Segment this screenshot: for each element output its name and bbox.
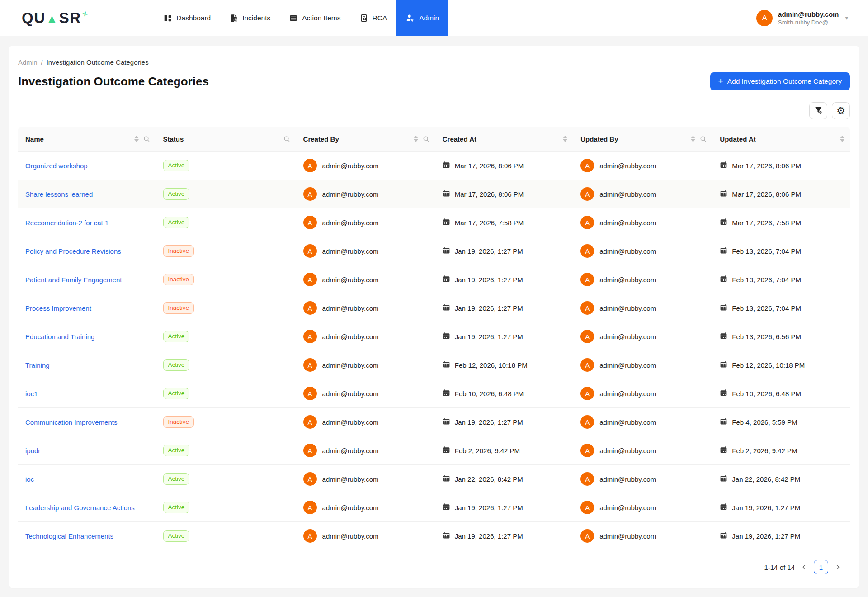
category-link[interactable]: Education and Training [25, 333, 94, 341]
created-at-cell: Jan 19, 2026, 1:27 PM [435, 237, 573, 265]
breadcrumb-separator: / [41, 58, 43, 66]
category-link[interactable]: Process Improvement [25, 304, 91, 312]
category-link[interactable]: ioc1 [25, 390, 38, 398]
updated-by-cell: Aadmin@rubby.com [573, 152, 712, 180]
created-by-cell: Aadmin@rubby.com [296, 436, 435, 465]
rca-icon [360, 14, 368, 22]
column-label: Status [163, 135, 184, 143]
action-items-icon [289, 14, 297, 22]
status-badge: Inactive [163, 302, 194, 314]
created-by-cell: Aadmin@rubby.com [296, 237, 435, 265]
table-row: Technological EnhancementsActiveAadmin@r… [18, 522, 850, 550]
table-row: Policy and Procedure RevisionsInactiveAa… [18, 237, 850, 265]
clear-filters-button[interactable] [809, 102, 827, 119]
avatar: A [303, 159, 317, 172]
date-text: Feb 13, 2026, 6:56 PM [732, 333, 801, 341]
search-icon[interactable] [143, 136, 150, 142]
nav-item-dashboard[interactable]: Dashboard [154, 0, 220, 36]
incidents-icon [230, 14, 238, 22]
date-text: Jan 19, 2026, 1:27 PM [455, 304, 523, 312]
table-toolbar: ⚙ [18, 102, 850, 119]
created-at-cell: Jan 19, 2026, 1:27 PM [435, 322, 573, 351]
sort-icon[interactable] [563, 136, 567, 142]
sort-icon[interactable] [840, 136, 844, 142]
created-at-cell: Feb 12, 2026, 10:18 PM [435, 351, 573, 379]
created-by-cell: Aadmin@rubby.com [296, 180, 435, 208]
category-link[interactable]: Leadership and Governance Actions [25, 504, 135, 512]
updated-at-cell: Feb 2, 2026, 9:42 PM [712, 436, 850, 465]
user-email-text: admin@rubby.com [322, 390, 379, 398]
category-link[interactable]: Patient and Family Engagement [25, 276, 122, 284]
status-cell: Active [156, 522, 296, 550]
column-header-created-at[interactable]: Created At [435, 127, 573, 152]
updated-by-cell: Aadmin@rubby.com [573, 522, 712, 550]
nav-item-rca[interactable]: RCA [350, 0, 397, 36]
sort-icon[interactable] [414, 136, 418, 142]
updated-by-cell: Aadmin@rubby.com [573, 237, 712, 265]
category-link[interactable]: Communication Improvements [25, 418, 117, 426]
name-cell: Organized workshop [18, 152, 156, 180]
name-cell: Process Improvement [18, 294, 156, 322]
name-cell: ioc [18, 465, 156, 493]
updated-at-cell: Jan 19, 2026, 1:27 PM [712, 522, 850, 550]
filter-clear-icon [814, 106, 823, 116]
status-badge: Active [163, 388, 190, 399]
avatar: A [580, 187, 594, 201]
previous-page-button[interactable] [801, 564, 807, 570]
user-email-text: admin@rubby.com [599, 247, 656, 255]
admin-icon [406, 14, 415, 22]
calendar-icon [720, 417, 727, 426]
avatar: A [580, 501, 594, 514]
category-link[interactable]: Policy and Procedure Revisions [25, 247, 121, 255]
nav-item-action-items[interactable]: Action Items [280, 0, 350, 36]
name-cell: Communication Improvements [18, 408, 156, 436]
search-icon[interactable] [423, 136, 429, 142]
user-menu[interactable]: A admin@rubby.com Smith-rubby Doe@ ▾ [756, 10, 848, 26]
table-row: Leadership and Governance ActionsActiveA… [18, 493, 850, 522]
calendar-icon [720, 531, 727, 540]
column-header-created-by[interactable]: Created By [296, 127, 435, 152]
column-header-updated-by[interactable]: Updated By [573, 127, 712, 152]
user-email-text: admin@rubby.com [599, 333, 656, 341]
sort-icon[interactable] [134, 136, 139, 142]
search-icon[interactable] [700, 136, 707, 142]
category-link[interactable]: ipodr [25, 447, 40, 455]
calendar-icon [720, 246, 727, 256]
column-settings-button[interactable]: ⚙ [832, 102, 850, 119]
updated-by-cell: Aadmin@rubby.com [573, 493, 712, 522]
user-email-text: admin@rubby.com [599, 390, 656, 398]
breadcrumb-admin-link[interactable]: Admin [18, 58, 38, 66]
avatar: A [580, 330, 594, 343]
add-investigation-outcome-category-button[interactable]: + Add Investigation Outcome Category [710, 72, 850, 90]
column-header-name[interactable]: Name [18, 127, 156, 152]
pagination: 1-14 of 14 1 [764, 560, 841, 574]
next-page-button[interactable] [835, 564, 841, 570]
page-1-button[interactable]: 1 [814, 560, 828, 574]
calendar-icon [720, 389, 727, 398]
name-cell: Policy and Procedure Revisions [18, 237, 156, 265]
created-by-cell: Aadmin@rubby.com [296, 265, 435, 294]
category-link[interactable]: Training [25, 361, 50, 369]
column-label: Created By [303, 135, 339, 143]
avatar: A [580, 301, 594, 315]
app-logo[interactable]: QU▲SR+ [22, 9, 87, 27]
user-email-text: admin@rubby.com [322, 304, 379, 312]
category-link[interactable]: Organized workshop [25, 162, 88, 170]
column-header-updated-at[interactable]: Updated At [712, 127, 850, 152]
nav-item-incidents[interactable]: Incidents [220, 0, 280, 36]
user-email-text: admin@rubby.com [599, 418, 656, 426]
created-by-cell: Aadmin@rubby.com [296, 322, 435, 351]
category-link[interactable]: Technological Enhancements [25, 532, 113, 540]
category-link[interactable]: ioc [25, 475, 34, 483]
category-link[interactable]: Share lessons learned [25, 190, 93, 198]
nav-item-admin[interactable]: Admin [396, 0, 448, 36]
nav-item-label: Admin [419, 14, 439, 22]
created-at-cell: Feb 2, 2026, 9:42 PM [435, 436, 573, 465]
user-email-text: admin@rubby.com [599, 190, 656, 198]
user-email-text: admin@rubby.com [599, 162, 656, 170]
status-badge: Active [163, 188, 190, 200]
search-icon[interactable] [283, 136, 290, 142]
calendar-icon [443, 332, 450, 341]
sort-icon[interactable] [691, 136, 695, 142]
category-link[interactable]: Reccomendation-2 for cat 1 [25, 219, 108, 227]
